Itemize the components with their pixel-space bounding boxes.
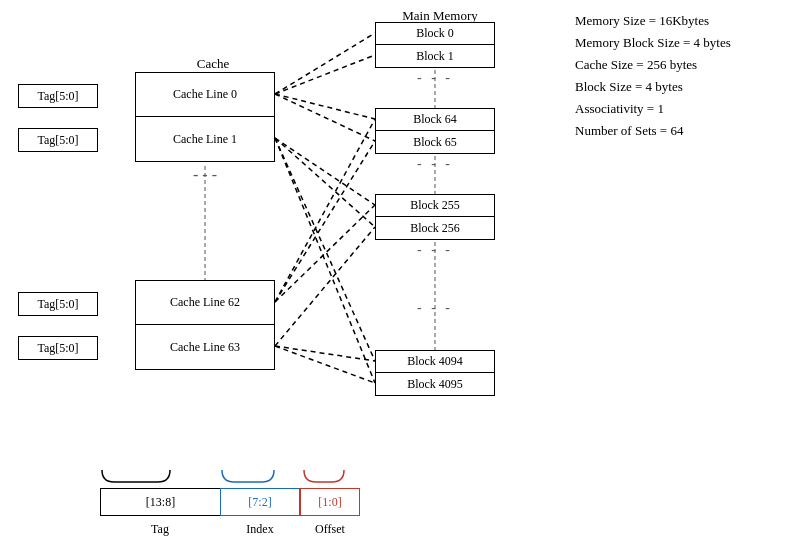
- svg-line-3: [275, 94, 375, 141]
- cache-line-0: Cache Line 0: [136, 73, 274, 117]
- memory-box-2: Block 64 Block 65: [375, 108, 495, 154]
- memory-block-255: Block 255: [376, 195, 494, 217]
- svg-line-10: [275, 205, 375, 302]
- cache-line-1: Cache Line 1: [136, 117, 274, 161]
- cache-line-63: Cache Line 63: [136, 325, 274, 369]
- memory-block-1: Block 1: [376, 45, 494, 67]
- curly-brace-svg: [100, 468, 362, 488]
- svg-line-0: [275, 33, 375, 94]
- cache-label: Cache: [148, 56, 278, 72]
- index-label: Index: [220, 522, 300, 537]
- svg-line-12: [275, 346, 375, 361]
- svg-line-1: [275, 55, 375, 94]
- address-format-section: [13:8] [7:2] [1:0] Tag Index Offset: [100, 468, 420, 533]
- memory-dashes-3: - - -: [375, 242, 495, 258]
- offset-label: Offset: [300, 522, 360, 537]
- cache-size-info: Cache Size = 256 bytes: [575, 54, 785, 76]
- memory-block-4095: Block 4095: [376, 373, 494, 395]
- memory-block-256: Block 256: [376, 217, 494, 239]
- memory-block-64: Block 64: [376, 109, 494, 131]
- svg-line-5: [275, 138, 375, 227]
- svg-line-8: [275, 119, 375, 302]
- memory-block-size-info: Memory Block Size = 4 bytes: [575, 32, 785, 54]
- associativity-info: Associativity = 1: [575, 98, 785, 120]
- svg-line-13: [275, 346, 375, 383]
- tag-box-1: Tag[5:0]: [18, 128, 98, 152]
- svg-line-11: [275, 227, 375, 346]
- addr-labels: Tag Index Offset: [100, 522, 420, 537]
- index-addr-field: [7:2]: [220, 488, 300, 516]
- memory-size-info: Memory Size = 16Kbytes: [575, 10, 785, 32]
- memory-dashes-1: - - -: [375, 70, 495, 86]
- svg-line-7: [275, 138, 375, 383]
- tag-box-3: Tag[5:0]: [18, 336, 98, 360]
- svg-line-4: [275, 138, 375, 205]
- cache-line-62: Cache Line 62: [136, 281, 274, 325]
- cache-dashes: - - -: [135, 166, 275, 184]
- svg-line-2: [275, 94, 375, 119]
- tag-box-2: Tag[5:0]: [18, 292, 98, 316]
- tag-label: Tag: [100, 522, 220, 537]
- svg-line-6: [275, 138, 375, 361]
- info-panel: Memory Size = 16Kbytes Memory Block Size…: [575, 10, 785, 143]
- cache-box-top: Cache Line 0 Cache Line 1: [135, 72, 275, 162]
- memory-box-top: Block 0 Block 1: [375, 22, 495, 68]
- memory-dashes-4: - - -: [375, 300, 495, 316]
- memory-box-4: Block 4094 Block 4095: [375, 350, 495, 396]
- cache-box-bottom: Cache Line 62 Cache Line 63: [135, 280, 275, 370]
- memory-dashes-2: - - -: [375, 156, 495, 172]
- memory-block-65: Block 65: [376, 131, 494, 153]
- svg-line-9: [275, 141, 375, 302]
- memory-block-0: Block 0: [376, 23, 494, 45]
- tag-box-0: Tag[5:0]: [18, 84, 98, 108]
- tag-addr-field: [13:8]: [100, 488, 220, 516]
- memory-block-4094: Block 4094: [376, 351, 494, 373]
- addr-boxes: [13:8] [7:2] [1:0]: [100, 488, 420, 516]
- memory-box-3: Block 255 Block 256: [375, 194, 495, 240]
- num-sets-info: Number of Sets = 64: [575, 120, 785, 142]
- block-size-info: Block Size = 4 bytes: [575, 76, 785, 98]
- offset-addr-field: [1:0]: [300, 488, 360, 516]
